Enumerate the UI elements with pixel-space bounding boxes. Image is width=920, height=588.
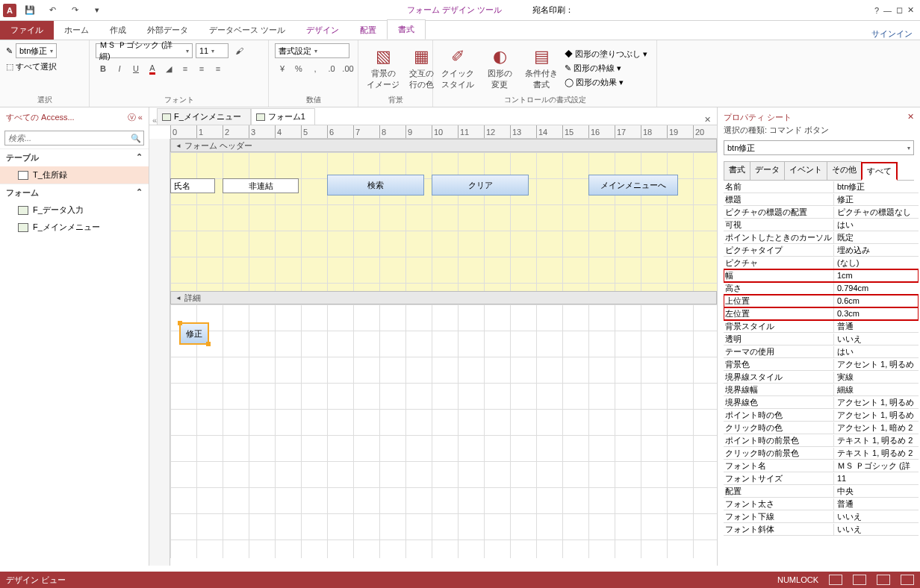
nav-group-tables[interactable]: テーブル⌃ xyxy=(0,148,149,166)
tab-database-tools[interactable]: データベース ツール xyxy=(199,21,296,40)
property-grid[interactable]: 名前btn修正標題修正ピクチャの標題の配置ピクチャの標題なし可視はいポイントした… xyxy=(724,181,919,566)
prop-tab-event[interactable]: イベント xyxy=(784,161,827,180)
close-icon[interactable]: ✕ xyxy=(907,5,914,15)
property-value[interactable]: 11 xyxy=(834,474,919,483)
property-object-combo[interactable]: btn修正▾ xyxy=(724,140,914,155)
format-painter-icon[interactable]: 🖌 xyxy=(231,43,246,58)
tab-format[interactable]: 書式 xyxy=(387,19,426,40)
tab-create[interactable]: 作成 xyxy=(99,21,137,40)
nav-table-item[interactable]: T_住所録 xyxy=(0,166,149,184)
tab-external-data[interactable]: 外部データ xyxy=(137,21,199,40)
prop-tab-all[interactable]: すべて xyxy=(861,162,898,181)
property-row[interactable]: 透明いいえ xyxy=(724,333,919,345)
button-search[interactable]: 検索 xyxy=(327,175,424,196)
property-value[interactable]: 実線 xyxy=(834,372,919,383)
align-right-button[interactable]: ≡ xyxy=(211,61,226,76)
view-layout-icon[interactable] xyxy=(877,575,890,585)
currency-button[interactable]: ¥ xyxy=(275,61,290,76)
horizontal-ruler[interactable]: 0123456789101112131415161718192021222324… xyxy=(170,125,717,139)
property-row[interactable]: テーマの使用はい xyxy=(724,345,919,358)
section-form-header[interactable]: ◄フォーム ヘッダー xyxy=(170,139,717,152)
help-icon[interactable]: ? xyxy=(874,6,879,15)
property-row[interactable]: 背景色アクセント 1, 明るめ xyxy=(724,358,919,371)
property-value[interactable]: 1cm xyxy=(834,271,919,280)
fill-color-button[interactable]: ◢ xyxy=(161,61,176,76)
property-value[interactable]: アクセント 1, 明るめ xyxy=(834,397,919,408)
property-value[interactable]: ピクチャの標題なし xyxy=(834,207,919,218)
property-row[interactable]: ポイント時の色アクセント 1, 明るめ xyxy=(724,409,919,422)
property-row[interactable]: 幅1cm xyxy=(724,269,919,282)
italic-button[interactable]: I xyxy=(112,61,127,76)
property-row[interactable]: 背景スタイル普通 xyxy=(724,320,919,333)
property-value[interactable]: いいえ xyxy=(834,334,919,345)
decrease-decimal-button[interactable]: .00 xyxy=(341,61,355,76)
property-sheet-close-icon[interactable]: ✕ xyxy=(907,112,914,123)
property-row[interactable]: フォント名ＭＳ Ｐゴシック (詳 xyxy=(724,460,919,472)
property-row[interactable]: 配置中央 xyxy=(724,485,919,498)
property-value[interactable]: 0.6cm xyxy=(834,296,919,305)
property-row[interactable]: フォント下線いいえ xyxy=(724,510,919,523)
property-row[interactable]: ポイント時の前景色テキスト 1, 明るめ 2 xyxy=(724,434,919,447)
background-image-button[interactable]: ▧背景の イメージ xyxy=(364,46,402,92)
property-row[interactable]: 境界線幅細線 xyxy=(724,384,919,396)
comma-button[interactable]: , xyxy=(308,61,323,76)
tab-arrange[interactable]: 配置 xyxy=(349,21,387,40)
view-form-icon[interactable] xyxy=(829,575,842,585)
property-row[interactable]: ピクチャ(なし) xyxy=(724,257,919,269)
property-value[interactable]: 中央 xyxy=(834,486,919,497)
prop-tab-data[interactable]: データ xyxy=(750,161,785,180)
tab-home[interactable]: ホーム xyxy=(54,21,99,40)
align-left-button[interactable]: ≡ xyxy=(178,61,193,76)
property-row[interactable]: 境界線スタイル実線 xyxy=(724,371,919,384)
shape-fill-button[interactable]: ◆ 図形の塗りつぶし ▾ xyxy=(565,49,647,60)
button-edit-selected[interactable]: 修正 xyxy=(179,322,209,345)
button-mainmenu[interactable]: メインメニューへ xyxy=(588,175,678,196)
redo-icon[interactable]: ↷ xyxy=(66,2,84,19)
underline-button[interactable]: U xyxy=(128,61,143,76)
property-value[interactable]: 0.3cm xyxy=(834,309,919,318)
sign-in-link[interactable]: サインイン xyxy=(871,28,920,40)
property-value[interactable]: btn修正 xyxy=(834,181,919,193)
property-row[interactable]: 可視はい xyxy=(724,219,919,231)
alternate-row-color-button[interactable]: ▦交互の 行の色 xyxy=(406,46,437,92)
increase-decimal-button[interactable]: .0 xyxy=(324,61,339,76)
vertical-ruler[interactable] xyxy=(149,139,170,566)
property-row[interactable]: フォント斜体いいえ xyxy=(724,523,919,536)
doc-tab-form1[interactable]: フォーム1 xyxy=(251,108,315,125)
button-clear[interactable]: クリア xyxy=(432,175,529,196)
property-value[interactable]: はい xyxy=(834,219,919,231)
property-row[interactable]: ピクチャタイプ埋め込み xyxy=(724,244,919,257)
form-header-area[interactable]: 氏名 非連結 検索 クリア メインメニューへ xyxy=(170,152,717,291)
bold-button[interactable]: B xyxy=(96,61,111,76)
property-row[interactable]: 左位置0.3cm xyxy=(724,307,919,320)
nav-form-item[interactable]: F_データ入力 xyxy=(0,201,149,219)
nav-pane-title[interactable]: すべての Access...ⓥ « xyxy=(0,107,149,128)
property-row[interactable]: 標題修正 xyxy=(724,193,919,206)
property-row[interactable]: フォント太さ普通 xyxy=(724,498,919,510)
label-name[interactable]: 氏名 xyxy=(170,178,215,193)
doc-tab-close-icon[interactable]: ✕ xyxy=(704,115,717,125)
shape-effects-button[interactable]: ◯ 図形の効果 ▾ xyxy=(565,77,647,88)
property-row[interactable]: フォントサイズ11 xyxy=(724,472,919,485)
number-format-combo[interactable]: 書式設定▾ xyxy=(275,43,349,58)
search-icon[interactable]: 🔍 xyxy=(128,131,143,145)
property-value[interactable]: (なし) xyxy=(834,257,919,269)
prop-tab-other[interactable]: その他 xyxy=(827,161,862,180)
font-color-button[interactable]: A xyxy=(145,61,160,76)
property-value[interactable]: アクセント 1, 明るめ xyxy=(834,410,919,421)
tab-design[interactable]: デザイン xyxy=(296,21,349,40)
save-icon[interactable]: 💾 xyxy=(21,2,39,19)
property-value[interactable]: はい xyxy=(834,346,919,357)
doc-tab-mainmenu[interactable]: F_メインメニュー xyxy=(157,108,251,125)
property-value[interactable]: 0.794cm xyxy=(834,284,919,293)
change-shape-button[interactable]: ◐図形の 変更 xyxy=(481,46,518,92)
selection-combo[interactable]: btn修正▾ xyxy=(16,43,57,58)
nav-group-forms[interactable]: フォーム⌃ xyxy=(0,184,149,201)
property-row[interactable]: 境界線色アクセント 1, 明るめ xyxy=(724,396,919,409)
property-value[interactable]: 埋め込み xyxy=(834,245,919,256)
percent-button[interactable]: % xyxy=(291,61,306,76)
prop-tab-format[interactable]: 書式 xyxy=(724,161,750,180)
property-value[interactable]: テキスト 1, 明るめ 2 xyxy=(834,435,919,446)
section-detail[interactable]: ◄詳細 xyxy=(170,291,717,304)
property-value[interactable]: ＭＳ Ｐゴシック (詳 xyxy=(834,460,919,472)
